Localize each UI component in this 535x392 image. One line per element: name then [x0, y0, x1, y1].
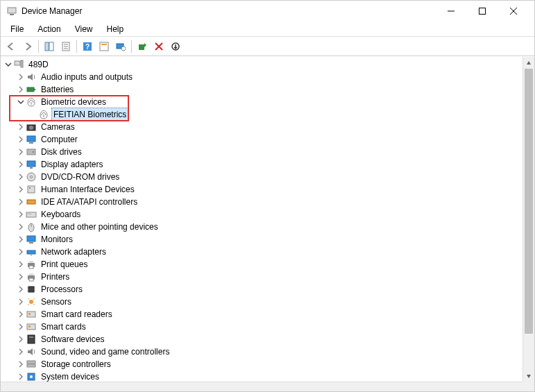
- tree-category[interactable]: Sensors: [3, 296, 534, 308]
- tree-category[interactable]: Mice and other pointing devices: [3, 221, 534, 233]
- minimize-button[interactable]: [435, 1, 466, 22]
- tree-view[interactable]: 489DAudio inputs and outputsBatteriesBio…: [1, 57, 534, 382]
- tree-category[interactable]: Printers: [3, 271, 534, 283]
- expander-icon[interactable]: [16, 284, 26, 294]
- scan-button[interactable]: [113, 39, 128, 54]
- svg-point-35: [31, 176, 33, 178]
- menu-action[interactable]: Action: [31, 23, 67, 35]
- window-title: Device Manager: [22, 6, 82, 16]
- tree-category[interactable]: Storage controllers: [3, 358, 534, 370]
- tree-device[interactable]: FEITIAN Biometrics: [3, 108, 534, 121]
- expander-icon[interactable]: [16, 297, 26, 307]
- expander-icon[interactable]: [16, 247, 26, 257]
- menu-file[interactable]: File: [3, 23, 31, 35]
- tree-category[interactable]: Human Interface Devices: [3, 183, 534, 196]
- maximize-button[interactable]: [466, 1, 498, 22]
- expander-icon[interactable]: [16, 197, 26, 207]
- tree-category[interactable]: Audio inputs and outputs: [3, 71, 534, 83]
- expander-icon[interactable]: [16, 309, 26, 319]
- battery-icon: [26, 84, 37, 95]
- disable-button[interactable]: [151, 39, 167, 54]
- tree-category[interactable]: Cameras: [3, 121, 534, 133]
- tree-category-label: Sound, video and game controllers: [40, 346, 171, 358]
- update-driver-button[interactable]: [135, 39, 150, 54]
- refresh-button[interactable]: [96, 39, 112, 54]
- properties-button[interactable]: [58, 39, 74, 54]
- expander-icon[interactable]: [16, 185, 26, 194]
- camera-icon: [26, 121, 37, 133]
- tree-category[interactable]: IDE ATA/ATAPI controllers: [3, 196, 534, 208]
- scroll-up-button[interactable]: [523, 57, 534, 69]
- tree-category[interactable]: Biometric devices: [3, 96, 534, 108]
- expander-icon[interactable]: [16, 160, 26, 169]
- tree-category[interactable]: Sound, video and game controllers: [3, 346, 534, 358]
- scroll-down-button[interactable]: [523, 370, 534, 382]
- tree-category[interactable]: Smart cards: [3, 321, 534, 333]
- svg-rect-64: [28, 325, 31, 327]
- expander-icon[interactable]: [16, 122, 26, 132]
- svg-rect-45: [27, 236, 35, 241]
- expander-icon[interactable]: [16, 272, 26, 282]
- expander-icon[interactable]: [16, 222, 26, 232]
- svg-rect-65: [28, 335, 35, 343]
- printer-icon: [26, 259, 37, 270]
- expander-icon[interactable]: [16, 322, 26, 332]
- menu-help[interactable]: Help: [100, 23, 131, 35]
- scroll-track[interactable]: [523, 69, 534, 370]
- horizontal-scrollbar[interactable]: [1, 382, 523, 391]
- expander-icon[interactable]: [16, 372, 26, 382]
- svg-rect-54: [29, 278, 33, 281]
- tree-category[interactable]: Batteries: [3, 83, 534, 96]
- expander-icon[interactable]: [16, 359, 26, 369]
- svg-rect-14: [100, 42, 108, 51]
- svg-rect-51: [29, 266, 33, 269]
- tree-category[interactable]: Smart card readers: [3, 308, 534, 321]
- forward-button[interactable]: [20, 39, 35, 54]
- hid-icon: [26, 184, 37, 195]
- uninstall-button[interactable]: [168, 39, 183, 54]
- expander-icon[interactable]: [16, 172, 26, 182]
- expander-icon[interactable]: [16, 210, 26, 219]
- tree-category-label: Cameras: [40, 121, 76, 133]
- tree-category-label: DVD/CD-ROM drives: [40, 171, 121, 183]
- tree-category[interactable]: Monitors: [3, 233, 534, 246]
- ide-icon: [26, 196, 37, 207]
- tree-category[interactable]: Computer: [3, 133, 534, 146]
- tree-category[interactable]: Network adapters: [3, 246, 534, 258]
- expander-icon[interactable]: [16, 347, 26, 357]
- expander-icon[interactable]: [16, 97, 26, 107]
- close-button[interactable]: [498, 1, 529, 22]
- svg-rect-28: [27, 136, 35, 142]
- tree-root-node[interactable]: 489D: [3, 58, 534, 71]
- tree-category[interactable]: DVD/CD-ROM drives: [3, 171, 534, 183]
- back-button[interactable]: [3, 39, 19, 54]
- svg-rect-53: [29, 273, 33, 275]
- tree-category-label: Print queues: [40, 258, 89, 271]
- menu-view[interactable]: View: [68, 23, 100, 35]
- tree-category[interactable]: Keyboards: [3, 208, 534, 221]
- expander-icon[interactable]: [16, 334, 26, 344]
- expander-icon[interactable]: [16, 135, 26, 144]
- tree-category[interactable]: Disk drives: [3, 146, 534, 158]
- system-icon: [26, 371, 37, 382]
- tree-category-label: Keyboards: [40, 208, 82, 221]
- tree-category[interactable]: Software devices: [3, 333, 534, 346]
- tree-device-label: FEITIAN Biometrics: [52, 108, 128, 121]
- expander-icon[interactable]: [3, 60, 13, 69]
- expander-icon[interactable]: [16, 235, 26, 244]
- expander-icon[interactable]: [16, 85, 26, 94]
- tree-category[interactable]: Processors: [3, 283, 534, 296]
- expander-icon[interactable]: [16, 259, 26, 269]
- storage-icon: [26, 359, 37, 370]
- expander-icon[interactable]: [16, 147, 26, 157]
- tree-category[interactable]: Display adapters: [3, 158, 534, 171]
- smartcard-icon: [26, 321, 37, 332]
- vertical-scrollbar[interactable]: [523, 57, 534, 382]
- showhide-button[interactable]: [42, 39, 57, 54]
- help-button[interactable]: ?: [80, 39, 95, 54]
- scroll-thumb[interactable]: [525, 69, 533, 334]
- tree-category[interactable]: Print queues: [3, 258, 534, 271]
- tree-category[interactable]: System devices: [3, 370, 534, 382]
- svg-rect-47: [27, 250, 35, 254]
- expander-icon[interactable]: [16, 72, 26, 82]
